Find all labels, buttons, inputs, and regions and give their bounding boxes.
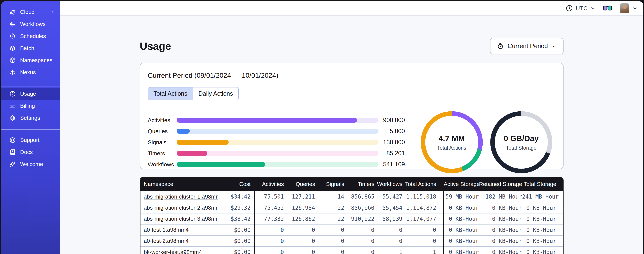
column-header: Retained Storage bbox=[479, 177, 522, 191]
sidebar-item-label: Schedules bbox=[20, 33, 46, 39]
sidebar-item-settings[interactable]: Settings bbox=[1, 112, 60, 124]
timers-cell: 0 bbox=[344, 246, 374, 254]
activities-cell: 77,332 bbox=[254, 213, 284, 224]
sidebar-item-docs[interactable]: Docs bbox=[1, 146, 60, 158]
gauge-icon bbox=[9, 90, 16, 97]
sidebar-item-nexus[interactable]: Nexus bbox=[1, 66, 60, 78]
column-header: Namespace bbox=[140, 177, 218, 191]
cost-cell: $0.00 bbox=[218, 236, 254, 246]
signals-cell: 0 bbox=[315, 246, 344, 254]
sidebar-item-support[interactable]: Support bbox=[1, 134, 60, 146]
glasses-icon[interactable] bbox=[602, 5, 612, 12]
clock-icon bbox=[566, 4, 573, 12]
namespace-link[interactable]: abs-migration-cluster-1.a98mm4 bbox=[144, 194, 218, 200]
user-avatar bbox=[620, 3, 630, 13]
bar-value: 5,000 bbox=[378, 128, 405, 135]
sidebar-divider bbox=[1, 129, 60, 130]
cube-icon bbox=[9, 57, 16, 64]
sidebar-item-welcome[interactable]: Welcome bbox=[1, 158, 60, 170]
period-selector-button[interactable]: Current Period bbox=[490, 38, 564, 54]
activities-cell: 0 bbox=[254, 224, 284, 236]
active-storage-cell: 0 KB-Hour bbox=[443, 213, 479, 224]
bar-row-signals: Signals 130,000 bbox=[148, 140, 405, 145]
sidebar-item-label: Billing bbox=[20, 103, 35, 109]
activities-cell: 75,501 bbox=[254, 191, 284, 202]
activities-cell: 0 bbox=[254, 236, 284, 246]
bar-label: Signals bbox=[148, 139, 177, 146]
bar-row-activities: Activities 900,000 bbox=[148, 118, 405, 123]
workflows-cell: 0 bbox=[374, 236, 402, 246]
bar-value: 130,000 bbox=[378, 139, 405, 146]
chevron-down-icon bbox=[590, 6, 595, 11]
sidebar-item-label: Nexus bbox=[20, 69, 36, 76]
activities-cell: 75,452 bbox=[254, 202, 284, 213]
actions-bar-chart: Activities 900,000 Queries 5,000 Signals bbox=[148, 118, 405, 167]
column-header: Active Storage bbox=[443, 177, 479, 191]
bar-track bbox=[177, 162, 378, 167]
bar-fill bbox=[177, 162, 265, 167]
sidebar: Cloud Workflows bbox=[1, 1, 60, 254]
sidebar-item-label: Workflows bbox=[20, 21, 46, 27]
tab-total-actions[interactable]: Total Actions bbox=[148, 88, 193, 100]
bar-label: Queries bbox=[148, 128, 177, 134]
sidebar-item-usage[interactable]: Usage bbox=[1, 88, 60, 100]
timers-cell: 910,922 bbox=[344, 213, 374, 224]
column-header: Timers bbox=[344, 177, 374, 191]
sidebar-item-billing[interactable]: Billing bbox=[1, 100, 60, 112]
total-actions-cell: 1,115,018 bbox=[402, 191, 443, 202]
signals-cell: 22 bbox=[315, 202, 344, 213]
retained-storage-cell: 0 KB-Hour bbox=[479, 224, 522, 236]
bar-value: 900,000 bbox=[378, 116, 405, 124]
table-row: abs-migration-cluster-1.a98mm4 $34.42 75… bbox=[140, 191, 563, 202]
activities-cell: 0 bbox=[254, 246, 284, 254]
table-row: a0-test-2.a98mm4 $0.00 0 0 0 0 0 0 0 KB-… bbox=[140, 236, 563, 246]
sidebar-brand-label: Cloud bbox=[20, 9, 46, 15]
sidebar-item-schedules[interactable]: Schedules bbox=[1, 30, 60, 42]
queries-cell: 0 bbox=[284, 236, 315, 246]
namespace-link[interactable]: a0-test-1.a98mm4 bbox=[144, 227, 189, 233]
table-row: abs-migration-cluster-2.a98mm4 $29.32 75… bbox=[140, 202, 563, 213]
bar-row-timers: Timers 85,201 bbox=[148, 151, 405, 156]
collapse-sidebar-icon[interactable] bbox=[50, 10, 55, 14]
bar-value: 541,109 bbox=[378, 161, 405, 168]
timers-cell: 0 bbox=[344, 236, 374, 246]
sidebar-item-namespaces[interactable]: Namespaces bbox=[1, 54, 60, 66]
workflows-icon bbox=[9, 20, 16, 28]
namespace-link[interactable]: bk-worker-test.a98mm4 bbox=[144, 249, 202, 254]
cost-cell: $38.42 bbox=[218, 213, 254, 224]
namespace-link[interactable]: abs-migration-cluster-2.a98mm4 bbox=[144, 204, 218, 211]
bar-track bbox=[177, 151, 378, 156]
main-area: Usage Current Period bbox=[60, 16, 643, 254]
column-header: Signals bbox=[315, 177, 344, 191]
table-row: a0-test-1.a98mm4 $0.00 0 0 0 0 0 0 0 KB-… bbox=[140, 224, 563, 236]
stopwatch-icon bbox=[497, 42, 504, 50]
retained-storage-cell: 0 KB-Hour bbox=[479, 213, 522, 224]
rocket-icon bbox=[9, 161, 16, 168]
actions-tabs: Total Actions Daily Actions bbox=[148, 87, 239, 100]
sidebar-item-workflows[interactable]: Workflows bbox=[1, 18, 60, 30]
column-header: Total Actions bbox=[402, 177, 443, 191]
sidebar-item-label: Usage bbox=[20, 91, 36, 97]
namespace-link[interactable]: abs-migration-cluster-3.a98mm4 bbox=[144, 216, 218, 222]
namespace-link[interactable]: a0-test-2.a98mm4 bbox=[144, 238, 189, 244]
sidebar-brand-cloud[interactable]: Cloud bbox=[1, 6, 60, 18]
chevron-down-icon bbox=[632, 6, 638, 11]
timezone-selector[interactable]: UTC bbox=[566, 4, 595, 12]
tab-daily-actions[interactable]: Daily Actions bbox=[193, 88, 238, 100]
column-header: Cost bbox=[218, 177, 254, 191]
bar-label: Workflows bbox=[148, 161, 177, 168]
total-actions-cell: 1,174,077 bbox=[402, 213, 443, 224]
user-menu[interactable] bbox=[620, 3, 638, 13]
active-storage-cell: 0 KB-Hour bbox=[443, 246, 479, 254]
sidebar-item-batch[interactable]: Batch bbox=[1, 42, 60, 54]
workflows-cell: 0 bbox=[374, 224, 402, 236]
bar-label: Activities bbox=[148, 117, 177, 124]
sidebar-item-label: Batch bbox=[20, 45, 34, 52]
period-selector-label: Current Period bbox=[508, 42, 548, 50]
active-storage-cell: 0 KB-Hour bbox=[443, 236, 479, 246]
card-title: Current Period (09/01/2024 — 10/01/2024) bbox=[148, 72, 556, 80]
workflows-cell: 1 bbox=[374, 246, 402, 254]
sidebar-item-label: Welcome bbox=[20, 161, 43, 168]
app-window: Cloud Workflows bbox=[1, 1, 643, 254]
total-storage-cell: 0 KB-Hour bbox=[522, 213, 563, 224]
